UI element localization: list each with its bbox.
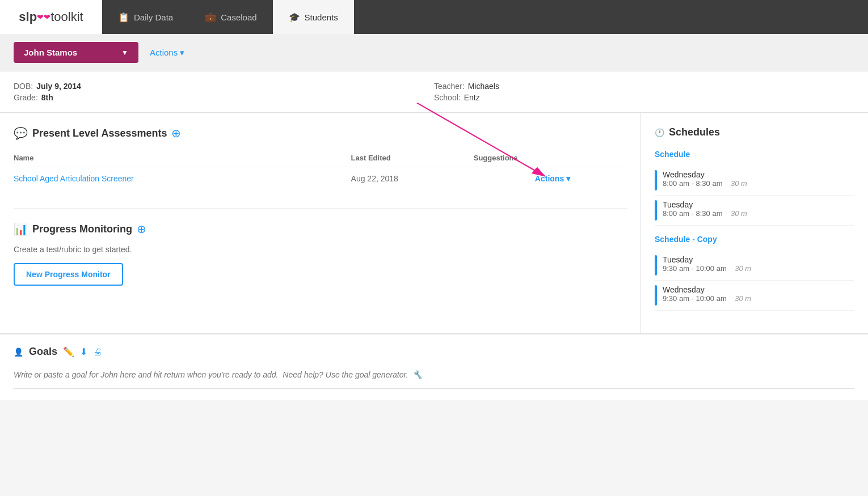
teacher-row: Teacher: Michaels <box>434 82 854 91</box>
assessments-tbody: School Aged Articulation Screener Aug 22… <box>14 167 627 190</box>
school-value: Entz <box>464 93 480 102</box>
assessment-suggestions <box>474 167 535 190</box>
assessment-actions-button[interactable]: Actions ▾ <box>535 174 570 183</box>
goals-section: 👤 Goals ✏️ ⬇ 🖨 <box>0 333 868 400</box>
progress-title: Progress Monitoring <box>32 223 132 235</box>
schedule-item: Tuesday 8:00 am - 8:30 am 30 m <box>655 196 854 226</box>
schedule-duration: 30 m <box>731 179 747 188</box>
tab-daily-data-label: Daily Data <box>134 12 173 22</box>
add-progress-button[interactable]: ⊕ <box>137 223 146 235</box>
schedules-header: 🕐 Schedules <box>655 126 854 138</box>
tab-students-label: Students <box>305 12 338 22</box>
schedules-clock-icon: 🕐 <box>655 128 664 137</box>
col-suggestions-header: Suggestions <box>474 149 535 167</box>
schedules-title: Schedules <box>669 126 720 138</box>
schedule-bar <box>655 255 657 275</box>
assessments-table: Name Last Edited Suggestions School Aged… <box>14 149 627 190</box>
col-edited-header: Last Edited <box>351 149 474 167</box>
schedule-duration: 30 m <box>735 264 751 273</box>
student-actions-chevron: ▾ <box>180 48 184 58</box>
student-selector[interactable]: John Stamos ▼ <box>14 42 138 63</box>
schedule-details: Tuesday 8:00 am - 8:30 am 30 m <box>663 200 747 221</box>
daily-data-icon: 📋 <box>118 12 129 23</box>
schedule-details: Wednesday 9:30 am - 10:00 am 30 m <box>663 285 751 306</box>
progress-section-header: 📊 Progress Monitoring ⊕ <box>14 222 627 236</box>
schedule-time: 8:00 am - 8:30 am 30 m <box>663 209 747 218</box>
schedule-group: Schedule - Copy Tuesday 9:30 am - 10:00 … <box>655 235 854 311</box>
top-nav: slp ❤❤ toolkit 📋 Daily Data 💼 Caseload 🎓… <box>0 0 868 34</box>
schedule-duration: 30 m <box>731 209 747 218</box>
goals-input[interactable] <box>14 366 854 384</box>
teacher-value: Michaels <box>468 82 499 91</box>
page-wrapper: slp ❤❤ toolkit 📋 Daily Data 💼 Caseload 🎓… <box>0 0 868 400</box>
schedule-bar <box>655 200 657 221</box>
goals-divider <box>14 388 854 389</box>
schedule-item: Tuesday 9:30 am - 10:00 am 30 m <box>655 251 854 281</box>
students-icon: 🎓 <box>289 12 300 23</box>
right-panel: 🕐 Schedules Schedule Wednesday 8:00 am -… <box>641 113 868 333</box>
assessments-title: Present Level Assessments <box>32 128 167 139</box>
school-label: School: <box>434 93 461 102</box>
logo-area: slp ❤❤ toolkit <box>0 0 102 34</box>
schedule-item: Wednesday 8:00 am - 8:30 am 30 m <box>655 166 854 196</box>
grade-label: Grade: <box>14 93 38 102</box>
dob-label: DOB: <box>14 82 33 91</box>
new-progress-monitor-button[interactable]: New Progress Monitor <box>14 263 123 286</box>
student-selector-chevron: ▼ <box>121 49 128 57</box>
dob-value: July 9, 2014 <box>36 82 81 91</box>
schedule-day: Tuesday <box>663 255 751 264</box>
assessment-name-link[interactable]: School Aged Articulation Screener <box>14 174 134 183</box>
tab-students[interactable]: 🎓 Students <box>273 0 354 34</box>
progress-subtitle: Create a test/rubric to get started. <box>14 245 627 254</box>
assessment-last-edited: Aug 22, 2018 <box>351 167 474 190</box>
logo-toolkit: toolkit <box>50 10 83 24</box>
goals-print-icon[interactable]: 🖨 <box>93 347 102 357</box>
goals-header: 👤 Goals ✏️ ⬇ 🖨 <box>14 346 854 358</box>
left-panel: 💬 Present Level Assessments ⊕ Name Last … <box>0 113 641 333</box>
student-actions-label: Actions <box>150 48 178 57</box>
schedule-details: Tuesday 9:30 am - 10:00 am 30 m <box>663 255 751 275</box>
schedule-group-title[interactable]: Schedule - Copy <box>655 235 854 244</box>
grade-value: 8th <box>41 93 53 102</box>
progress-icon: 📊 <box>14 222 28 236</box>
schedule-duration: 30 m <box>735 294 751 303</box>
schedule-time: 9:30 am - 10:00 am 30 m <box>663 264 751 273</box>
student-actions-button[interactable]: Actions ▾ <box>150 48 184 58</box>
goals-download-icon[interactable]: ⬇ <box>80 346 87 357</box>
logo-slp: slp <box>19 10 37 24</box>
schedule-details: Wednesday 8:00 am - 8:30 am 30 m <box>663 170 747 190</box>
schedule-bar <box>655 285 657 306</box>
assessments-icon: 💬 <box>14 126 28 140</box>
schedule-day: Wednesday <box>663 285 751 294</box>
nav-tabs: 📋 Daily Data 💼 Caseload 🎓 Students <box>102 0 354 34</box>
assessments-section-header: 💬 Present Level Assessments ⊕ <box>14 126 627 140</box>
schedule-group: Schedule Wednesday 8:00 am - 8:30 am 30 … <box>655 150 854 226</box>
tab-caseload-label: Caseload <box>221 12 256 22</box>
tab-caseload[interactable]: 💼 Caseload <box>189 0 272 34</box>
col-name-header: Name <box>14 149 351 167</box>
col-actions-header <box>535 149 627 167</box>
tab-daily-data[interactable]: 📋 Daily Data <box>102 0 189 34</box>
schedule-day: Wednesday <box>663 170 747 179</box>
schedule-item: Wednesday 9:30 am - 10:00 am 30 m <box>655 281 854 311</box>
school-row: School: Entz <box>434 93 854 102</box>
caseload-icon: 💼 <box>205 12 216 23</box>
schedule-group-title[interactable]: Schedule <box>655 150 854 159</box>
grade-row: Grade: 8th <box>14 93 434 102</box>
goals-title: Goals <box>29 346 57 358</box>
schedule-bar <box>655 170 657 190</box>
add-assessment-button[interactable]: ⊕ <box>171 128 181 139</box>
table-row: School Aged Articulation Screener Aug 22… <box>14 167 627 190</box>
teacher-label: Teacher: <box>434 82 465 91</box>
assessments-table-header: Name Last Edited Suggestions <box>14 149 627 167</box>
dob-row: DOB: July 9, 2014 <box>14 82 434 91</box>
logo-hearts: ❤❤ <box>37 12 50 22</box>
goals-edit-icon[interactable]: ✏️ <box>63 346 74 357</box>
progress-section: 📊 Progress Monitoring ⊕ Create a test/ru… <box>14 208 627 286</box>
schedule-time: 8:00 am - 8:30 am 30 m <box>663 179 747 188</box>
schedule-time: 9:30 am - 10:00 am 30 m <box>663 294 751 303</box>
goals-person-icon: 👤 <box>14 347 23 357</box>
main-content: 💬 Present Level Assessments ⊕ Name Last … <box>0 113 868 333</box>
schedules-content: Schedule Wednesday 8:00 am - 8:30 am 30 … <box>655 150 854 311</box>
logo: slp ❤❤ toolkit <box>19 10 83 24</box>
